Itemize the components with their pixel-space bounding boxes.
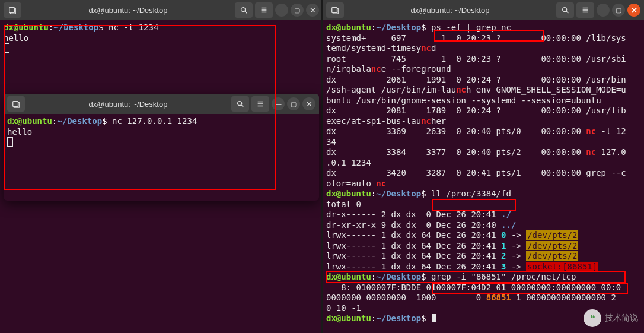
new-tab-button[interactable] <box>4 2 21 18</box>
output-line: systemd+ 697 1 0 20:23 ? 00:00:00 /lib/s… <box>326 33 626 43</box>
output-line: dx 2081 1789 0 20:24 ? 00:00:00 /usr/lib <box>326 106 626 115</box>
close-button[interactable]: ✕ <box>627 4 640 17</box>
minimize-button[interactable]: — <box>275 4 288 17</box>
svg-rect-4 <box>332 8 337 13</box>
close-button[interactable]: ✕ <box>306 4 319 17</box>
output-line: dx 2061 1991 0 20:24 ? 00:00:00 /usr/bin <box>326 75 626 84</box>
wechat-icon: ❝ <box>584 309 601 327</box>
prompt-user: dx@ubuntu <box>4 23 49 32</box>
output-line: dx 3369 2639 0 20:40 pts/0 00:00:00 <box>326 126 586 136</box>
menu-button[interactable] <box>255 2 273 18</box>
left-terminal-inner: dx@ubuntu: ~/Desktop — ▢ ✕ dx@ubuntu:~/D… <box>4 94 319 201</box>
output-line: total 0 <box>326 199 361 209</box>
cursor-icon <box>432 314 436 322</box>
svg-rect-0 <box>9 8 15 13</box>
command: grep -i "86851" /proc/net/tcp <box>426 272 576 281</box>
watermark: ❝ 技术简说 <box>584 309 638 327</box>
search-button[interactable] <box>231 96 249 112</box>
titlebar-right: dx@ubuntu: ~/Desktop — ▢ ✕ <box>323 0 644 20</box>
terminal-body-left-inner[interactable]: dx@ubuntu:~/Desktop$ nc 127.0.0.1 1234 h… <box>4 114 319 150</box>
cursor-icon <box>8 138 12 146</box>
maximize-button[interactable]: ▢ <box>612 4 625 17</box>
output-line: dx 3384 3377 0 20:40 pts/2 00:00:00 <box>326 147 586 157</box>
cursor-icon <box>4 44 9 52</box>
svg-point-3 <box>238 102 242 106</box>
minimize-button[interactable]: — <box>597 4 610 17</box>
titlebar-left-outer: dx@ubuntu: ~/Desktop — ▢ ✕ <box>0 0 323 20</box>
search-button[interactable] <box>556 2 574 18</box>
new-tab-button[interactable] <box>326 2 344 18</box>
menu-button[interactable] <box>576 2 594 18</box>
terminal-body-right[interactable]: dx@ubuntu:~/Desktop$ ps -ef | grep nc sy… <box>323 20 644 326</box>
command: nc 127.0.0.1 1234 <box>107 116 197 126</box>
output-line: hello <box>4 33 28 43</box>
maximize-button[interactable]: ▢ <box>291 4 304 17</box>
watermark-text: 技术简说 <box>605 313 638 324</box>
titlebar-left-inner: dx@ubuntu: ~/Desktop — ▢ ✕ <box>4 94 319 114</box>
close-button[interactable]: ✕ <box>302 97 315 110</box>
svg-point-1 <box>241 8 246 12</box>
command: nc -l 1234 <box>104 23 159 32</box>
command: ll /proc/3384/fd <box>426 189 511 198</box>
svg-point-5 <box>563 8 567 12</box>
output-line: hello <box>7 127 32 137</box>
window-title: dx@ubuntu: ~/Desktop <box>24 6 232 15</box>
prompt-path: ~/Desktop <box>53 23 98 32</box>
window-title: dx@ubuntu: ~/Desktop <box>346 6 554 15</box>
search-button[interactable] <box>235 2 253 18</box>
output-line: dx 3420 3287 0 20:41 pts/1 00:00:00 grep… <box>326 168 626 177</box>
svg-rect-2 <box>13 102 18 107</box>
maximize-button[interactable]: ▢ <box>287 97 300 110</box>
terminal-body-left-outer[interactable]: dx@ubuntu:~/Desktop$ nc -l 1234 hello <box>0 20 323 56</box>
output-line: root 745 1 0 20:23 ? 00:00:00 /usr/sbi <box>326 54 626 64</box>
menu-button[interactable] <box>251 96 269 112</box>
window-title: dx@ubuntu: ~/Desktop <box>27 100 229 109</box>
output-line: 8: 0100007F:BDDE 0100007F:04D2 01 000000… <box>326 283 621 292</box>
right-terminal: dx@ubuntu: ~/Desktop — ▢ ✕ dx@ubuntu:~/D… <box>323 0 644 333</box>
command: ps -ef | grep nc <box>426 23 511 32</box>
minimize-button[interactable]: — <box>272 97 285 110</box>
new-tab-button[interactable] <box>7 96 25 112</box>
